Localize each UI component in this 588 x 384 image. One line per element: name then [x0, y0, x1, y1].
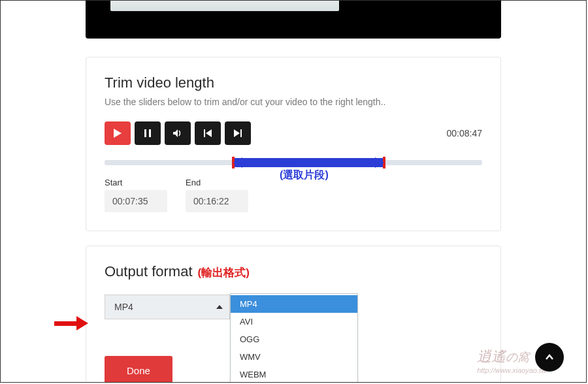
controls-group	[105, 121, 251, 145]
format-select[interactable]: MP4	[105, 295, 230, 319]
play-button[interactable]	[105, 121, 131, 145]
svg-marker-6	[234, 129, 240, 137]
annotation-arrow	[54, 316, 88, 330]
svg-marker-3	[173, 129, 178, 137]
format-option-avi[interactable]: AVI	[231, 313, 357, 330]
time-inputs: Start 00:07:35 End 00:16:22	[105, 178, 482, 212]
caret-up-icon	[216, 305, 223, 309]
prev-button[interactable]	[195, 121, 221, 145]
output-card: Output format (輸出格式) MP4 MP4AVIOGGWMVWEB…	[86, 246, 501, 382]
format-option-mp4[interactable]: MP4	[231, 295, 357, 313]
format-option-ogg[interactable]: OGG	[231, 330, 357, 348]
volume-icon	[173, 129, 182, 137]
next-button[interactable]	[225, 121, 251, 145]
svg-rect-1	[144, 129, 146, 137]
format-option-wmv[interactable]: WMV	[231, 348, 357, 366]
end-label: End	[186, 178, 248, 187]
next-icon	[234, 129, 242, 137]
player-controls-row: 00:08:47	[105, 121, 482, 145]
volume-button[interactable]	[165, 121, 191, 145]
current-time: 00:08:47	[447, 128, 483, 138]
selection-arrow	[233, 158, 384, 167]
format-select-wrap: MP4 MP4AVIOGGWMVWEBM	[105, 295, 482, 319]
page-content: Last updated July 7, 2023 Trim video len…	[1, 1, 586, 382]
trim-title: Trim video length	[105, 74, 482, 91]
format-dropdown: MP4AVIOGGWMVWEBM	[230, 293, 358, 382]
output-title: Output format	[105, 263, 193, 280]
svg-rect-4	[204, 129, 205, 137]
svg-marker-0	[114, 129, 122, 138]
svg-marker-5	[206, 129, 212, 137]
end-field: End 00:16:22	[186, 178, 248, 212]
trim-card: Trim video length Use the sliders below …	[86, 57, 501, 231]
output-note: (輸出格式)	[198, 265, 250, 280]
done-button[interactable]: Done	[105, 356, 172, 382]
svg-rect-2	[149, 129, 151, 137]
selection-label: (選取片段)	[280, 168, 329, 182]
chevron-up-icon	[545, 353, 554, 362]
start-field: Start 00:07:35	[105, 178, 167, 212]
start-input[interactable]: 00:07:35	[105, 190, 167, 212]
svg-rect-7	[240, 129, 242, 137]
end-input[interactable]: 00:16:22	[186, 190, 248, 212]
video-preview-bar: Last updated July 7, 2023	[86, 1, 501, 39]
trim-subtitle: Use the sliders below to trim and/or cut…	[105, 97, 482, 107]
format-option-webm[interactable]: WEBM	[231, 366, 357, 382]
pause-button[interactable]	[135, 121, 161, 145]
trim-track[interactable]: (選取片段)	[105, 158, 482, 167]
prev-icon	[204, 129, 212, 137]
format-selected-value: MP4	[114, 302, 133, 312]
play-icon	[114, 129, 122, 138]
start-label: Start	[105, 178, 167, 187]
pause-icon	[144, 129, 151, 137]
scroll-top-button[interactable]	[535, 343, 564, 372]
